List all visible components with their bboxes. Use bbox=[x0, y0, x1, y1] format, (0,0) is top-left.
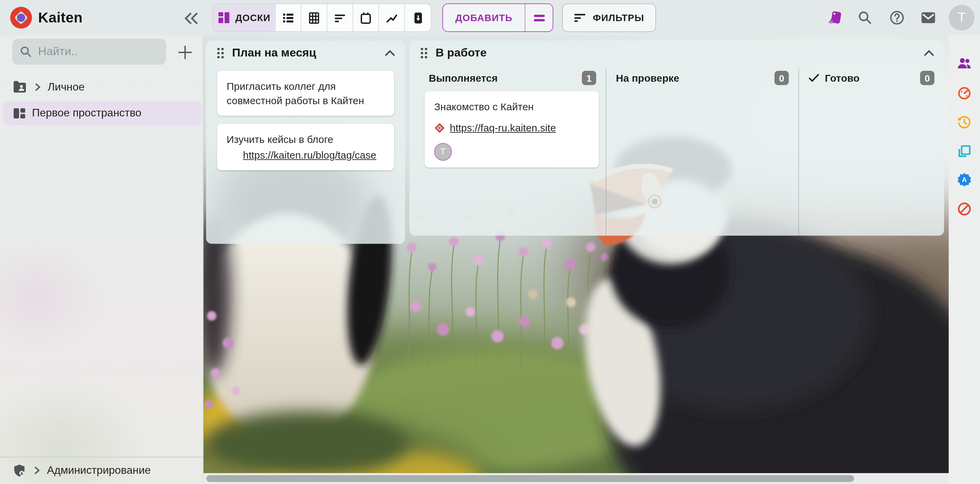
tab-list-view[interactable] bbox=[275, 4, 301, 31]
add-button-label: ДОБАВИТЬ bbox=[443, 4, 525, 31]
table-view-icon bbox=[308, 11, 321, 24]
admin-shield-icon bbox=[12, 463, 27, 478]
sidebar-item-label: Первое пространство bbox=[32, 107, 142, 119]
column-count-badge: 0 bbox=[920, 71, 934, 85]
sort-view-icon bbox=[334, 11, 347, 24]
collapse-lane-icon[interactable] bbox=[385, 50, 395, 56]
card-study-cases[interactable]: Изучить кейсы в блоге https://kaiten.ru/… bbox=[217, 124, 394, 170]
sidebar-search-input[interactable] bbox=[38, 45, 154, 59]
sidebar-divider bbox=[0, 457, 204, 457]
add-space-icon[interactable] bbox=[176, 43, 195, 62]
app-title: Kaiten bbox=[38, 0, 83, 35]
timer-icon[interactable] bbox=[957, 85, 972, 100]
card-assignee-avatar[interactable]: T bbox=[434, 143, 452, 161]
sidebar-collapse-icon[interactable] bbox=[182, 10, 200, 27]
card-title: Знакомство с Кайтен bbox=[434, 99, 589, 114]
tab-boards[interactable]: ДОСКИ bbox=[213, 4, 275, 31]
column-in-progress: Выполняется 1 Знакомство с Кайтен https:… bbox=[410, 65, 606, 236]
tab-boards-label: ДОСКИ bbox=[235, 12, 270, 23]
column-title: Выполняется bbox=[429, 72, 498, 84]
search-icon bbox=[19, 45, 33, 59]
collapse-lane-icon[interactable] bbox=[924, 50, 934, 56]
column-count-badge: 1 bbox=[582, 71, 596, 85]
copies-icon[interactable] bbox=[957, 143, 972, 159]
column-title: Готово bbox=[825, 72, 859, 84]
app-window: Kaiten ДОСКИ bbox=[0, 0, 980, 484]
add-button[interactable]: ДОБАВИТЬ bbox=[442, 3, 553, 32]
sidebar-item-label: Личное bbox=[48, 81, 85, 93]
tab-table-view[interactable] bbox=[301, 4, 327, 31]
members-icon[interactable] bbox=[957, 56, 972, 71]
column-done: Готово 0 bbox=[799, 65, 944, 236]
chevron-right-icon[interactable] bbox=[33, 82, 42, 92]
sidebar: Личное Первое пространство Администриров… bbox=[0, 35, 204, 484]
card-meet-kaiten[interactable]: Знакомство с Кайтен https://faq-ru.kaite… bbox=[425, 91, 599, 167]
list-view-icon bbox=[282, 11, 295, 24]
lane-title: План на месяц bbox=[232, 46, 316, 60]
column-header: Выполняется 1 bbox=[410, 65, 606, 88]
search-icon[interactable] bbox=[857, 10, 873, 26]
tab-archive-view[interactable] bbox=[405, 4, 431, 31]
kaiten-logo-icon[interactable] bbox=[10, 7, 32, 29]
card-invite-colleagues[interactable]: Пригласить коллег для совместной работы … bbox=[217, 71, 394, 116]
lane-work-header: В работе bbox=[410, 41, 944, 65]
tab-sort-view[interactable] bbox=[327, 4, 353, 31]
sidebar-item-label: Администрирование bbox=[47, 464, 151, 476]
lane-title: В работе bbox=[436, 46, 487, 60]
personal-folder-icon bbox=[12, 80, 27, 95]
lane-work-columns: Выполняется 1 Знакомство с Кайтен https:… bbox=[410, 65, 944, 236]
card-title: Пригласить коллег для совместной работы … bbox=[227, 80, 364, 106]
card-link[interactable]: https://faq-ru.kaiten.site bbox=[450, 121, 556, 135]
archive-view-icon bbox=[411, 11, 424, 24]
kanban-boards-icon bbox=[218, 11, 230, 24]
horizontal-scrollbar-thumb[interactable] bbox=[206, 475, 854, 482]
blocked-icon[interactable] bbox=[957, 202, 972, 217]
tab-calendar-view[interactable] bbox=[353, 4, 379, 31]
history-icon[interactable] bbox=[957, 115, 972, 129]
notifications-stack-icon[interactable] bbox=[827, 10, 844, 26]
sidebar-search[interactable] bbox=[12, 39, 166, 65]
lane-work: В работе Выполняется 1 Знакомство с Кайт… bbox=[410, 41, 944, 236]
drag-handle-icon[interactable] bbox=[419, 47, 429, 59]
chart-view-icon bbox=[385, 11, 398, 24]
chevron-right-icon[interactable] bbox=[32, 466, 41, 475]
column-review: На проверке 0 bbox=[606, 65, 798, 236]
filters-button-label: ФИЛЬТРЫ bbox=[593, 12, 644, 23]
right-toolbar: A bbox=[949, 35, 980, 484]
automation-icon[interactable]: A bbox=[957, 172, 972, 187]
board-area: План на месяц Пригласить коллег для совм… bbox=[204, 35, 949, 484]
view-switcher: ДОСКИ bbox=[212, 3, 431, 32]
column-title: На проверке bbox=[616, 72, 679, 84]
sidebar-item-first-space[interactable]: Первое пространство bbox=[3, 101, 202, 125]
column-count-badge: 0 bbox=[775, 71, 789, 85]
horizontal-scrollbar bbox=[204, 473, 949, 484]
card-title: Изучить кейсы в блоге bbox=[227, 134, 334, 145]
lane-plan-cards: Пригласить коллег для совместной работы … bbox=[206, 65, 405, 170]
tab-chart-view[interactable] bbox=[379, 4, 405, 31]
topbar: Kaiten ДОСКИ bbox=[0, 0, 980, 35]
filter-icon bbox=[574, 11, 586, 24]
calendar-view-icon bbox=[360, 11, 372, 24]
column-header: На проверке 0 bbox=[606, 65, 798, 88]
filters-button[interactable]: ФИЛЬТРЫ bbox=[562, 3, 656, 32]
kaiten-favicon bbox=[434, 122, 445, 133]
done-check-icon bbox=[808, 73, 819, 82]
lane-plan: План на месяц Пригласить коллег для совм… bbox=[206, 41, 405, 244]
column-header: Готово 0 bbox=[799, 65, 944, 88]
svg-text:A: A bbox=[962, 176, 967, 183]
help-icon[interactable] bbox=[889, 10, 905, 26]
sidebar-item-personal[interactable]: Личное bbox=[3, 75, 202, 99]
card-link[interactable]: https://kaiten.ru/blog/tag/case bbox=[243, 148, 376, 162]
sidebar-item-admin[interactable]: Администрирование bbox=[3, 458, 202, 482]
space-board-icon bbox=[12, 106, 27, 120]
lane-plan-header: План на месяц bbox=[206, 41, 405, 65]
mail-icon[interactable] bbox=[920, 10, 937, 26]
user-avatar[interactable]: T bbox=[949, 5, 975, 31]
add-lane-icon[interactable] bbox=[525, 4, 553, 31]
drag-handle-icon[interactable] bbox=[216, 47, 225, 59]
